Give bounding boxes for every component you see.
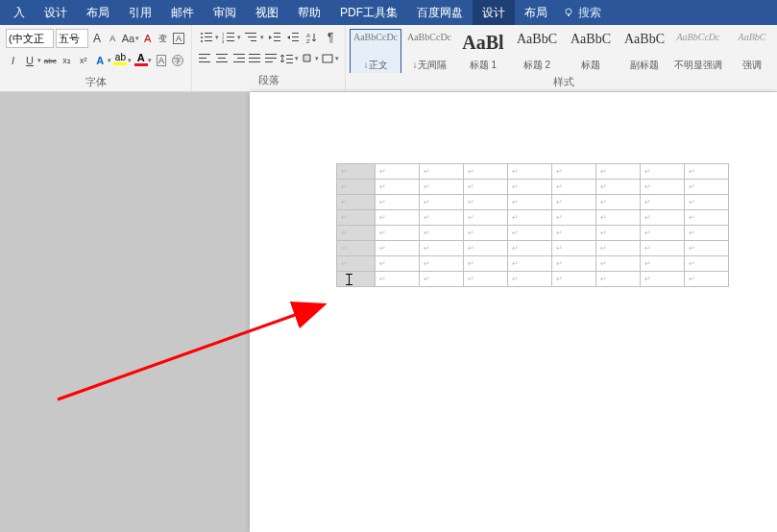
table-cell[interactable]: ↵ bbox=[464, 180, 508, 195]
menu-table-design[interactable]: 设计 bbox=[473, 0, 515, 25]
tell-me-search[interactable]: 搜索 bbox=[557, 5, 607, 21]
table-cell[interactable]: ↵ bbox=[464, 241, 508, 256]
table-cell[interactable]: ↵ bbox=[685, 195, 729, 210]
table-cell[interactable]: ↵ bbox=[464, 164, 508, 180]
align-left-button[interactable] bbox=[198, 50, 212, 67]
table-cell[interactable]: ↵ bbox=[420, 226, 464, 241]
table-row[interactable]: ↵↵↵↵↵↵↵↵ bbox=[337, 272, 729, 287]
style-tile-6[interactable]: AaBbCcDc不明显强调 bbox=[672, 29, 724, 73]
bullets-button[interactable] bbox=[198, 29, 215, 46]
style-tile-1[interactable]: AaBbCcDc↓无间隔 bbox=[403, 29, 455, 73]
font-size-select[interactable] bbox=[56, 29, 88, 48]
table-cell[interactable]: ↵ bbox=[641, 241, 685, 256]
style-tile-2[interactable]: AaBl标题 1 bbox=[457, 29, 509, 73]
table-cell[interactable]: ↵ bbox=[596, 241, 641, 256]
distribute-button[interactable] bbox=[264, 50, 279, 67]
table-cell[interactable]: ↵ bbox=[641, 256, 685, 272]
strikethrough-button[interactable]: abc bbox=[43, 52, 58, 69]
menu-layout[interactable]: 布局 bbox=[77, 0, 119, 25]
style-tile-7[interactable]: AaBbC强调 bbox=[726, 29, 777, 73]
menu-references[interactable]: 引用 bbox=[119, 0, 161, 25]
table-cell[interactable]: ↵ bbox=[641, 180, 685, 195]
table-cell[interactable]: ↵ bbox=[552, 180, 596, 195]
table-cell[interactable]: ↵ bbox=[376, 241, 420, 256]
table-cell[interactable]: ↵ bbox=[641, 226, 685, 241]
table-row[interactable]: ↵↵↵↵↵↵↵↵↵ bbox=[337, 210, 729, 226]
table-cell[interactable]: ↵ bbox=[508, 195, 552, 210]
table-cell[interactable]: ↵ bbox=[508, 164, 552, 180]
align-right-button[interactable] bbox=[231, 50, 245, 67]
table-cell[interactable]: ↵ bbox=[596, 226, 641, 241]
table-row[interactable]: ↵↵↵↵↵↵↵↵↵ bbox=[337, 256, 729, 272]
table-cell[interactable]: ↵ bbox=[508, 210, 552, 226]
table-cell[interactable]: ↵ bbox=[552, 272, 596, 287]
table-cell[interactable]: ↵ bbox=[376, 226, 420, 241]
table-cell[interactable]: ↵ bbox=[685, 241, 729, 256]
italic-button[interactable]: I bbox=[6, 52, 20, 69]
menu-view[interactable]: 视图 bbox=[246, 0, 288, 25]
table-cell[interactable]: ↵ bbox=[641, 164, 685, 180]
superscript-button[interactable]: x² bbox=[76, 52, 90, 69]
table-cell[interactable]: ↵ bbox=[376, 272, 420, 287]
font-name-select[interactable] bbox=[6, 29, 54, 48]
table-cell[interactable]: ↵ bbox=[552, 241, 596, 256]
table-header-cell[interactable]: ↵ bbox=[337, 195, 376, 210]
phonetic-guide-button[interactable]: 变 bbox=[157, 30, 170, 47]
table-row[interactable]: ↵↵↵↵↵↵↵↵↵ bbox=[337, 164, 729, 180]
table-header-cell[interactable]: ↵ bbox=[337, 241, 376, 256]
table-cell[interactable]: ↵ bbox=[596, 195, 641, 210]
menu-pdf-tools[interactable]: PDF工具集 bbox=[330, 0, 407, 25]
table-cell[interactable]: ↵ bbox=[376, 195, 420, 210]
table-cell[interactable]: ↵ bbox=[420, 164, 464, 180]
enclose-characters-button[interactable]: 字 bbox=[171, 52, 185, 69]
table-header-cell[interactable]: ↵ bbox=[337, 210, 376, 226]
menu-help[interactable]: 帮助 bbox=[288, 0, 330, 25]
table-cell[interactable]: ↵ bbox=[420, 195, 464, 210]
table-cell[interactable]: ↵ bbox=[552, 210, 596, 226]
underline-button[interactable]: U bbox=[22, 52, 36, 69]
table-row[interactable]: ↵↵↵↵↵↵↵↵↵ bbox=[337, 226, 729, 241]
table-cell[interactable]: ↵ bbox=[464, 195, 508, 210]
table-header-cell[interactable] bbox=[337, 272, 376, 287]
borders-button[interactable] bbox=[321, 50, 335, 67]
table-cell[interactable]: ↵ bbox=[376, 256, 420, 272]
text-effects-button[interactable]: A bbox=[92, 52, 107, 69]
table-cell[interactable]: ↵ bbox=[552, 256, 596, 272]
justify-button[interactable] bbox=[247, 50, 261, 67]
table-cell[interactable]: ↵ bbox=[552, 195, 596, 210]
table-cell[interactable]: ↵ bbox=[641, 272, 685, 287]
multilevel-list-button[interactable] bbox=[243, 29, 260, 46]
decrease-indent-button[interactable] bbox=[266, 29, 283, 46]
table-cell[interactable]: ↵ bbox=[420, 210, 464, 226]
table-cell[interactable]: ↵ bbox=[464, 256, 508, 272]
increase-indent-button[interactable] bbox=[284, 29, 302, 46]
table-cell[interactable]: ↵ bbox=[685, 210, 729, 226]
table-cell[interactable]: ↵ bbox=[376, 164, 420, 180]
table-cell[interactable]: ↵ bbox=[552, 164, 596, 180]
table-cell[interactable]: ↵ bbox=[641, 195, 685, 210]
table-cell[interactable]: ↵ bbox=[596, 210, 641, 226]
change-case-button[interactable]: Aa bbox=[121, 30, 134, 47]
style-tile-3[interactable]: AaBbC标题 2 bbox=[511, 29, 563, 73]
table-cell[interactable]: ↵ bbox=[685, 272, 729, 287]
style-tile-5[interactable]: AaBbC副标题 bbox=[619, 29, 670, 73]
table-cell[interactable]: ↵ bbox=[464, 226, 508, 241]
table-header-cell[interactable]: ↵ bbox=[337, 180, 376, 195]
character-shading-button[interactable]: A bbox=[154, 52, 168, 69]
style-tile-0[interactable]: AaBbCcDc↓正文 bbox=[350, 29, 401, 73]
clear-formatting-button[interactable]: A bbox=[141, 30, 155, 47]
table-cell[interactable]: ↵ bbox=[552, 226, 596, 241]
grow-font-button[interactable]: A bbox=[90, 30, 104, 47]
table-cell[interactable]: ↵ bbox=[420, 256, 464, 272]
line-spacing-button[interactable] bbox=[280, 50, 295, 67]
table-cell[interactable]: ↵ bbox=[508, 241, 552, 256]
table-cell[interactable]: ↵ bbox=[420, 272, 464, 287]
character-border-button[interactable]: A bbox=[172, 30, 185, 47]
highlight-button[interactable]: ab bbox=[113, 52, 128, 69]
table-row[interactable]: ↵↵↵↵↵↵↵↵↵ bbox=[337, 195, 729, 210]
style-tile-4[interactable]: AaBbC标题 bbox=[565, 29, 617, 73]
font-color-button[interactable]: A bbox=[134, 52, 148, 69]
table-cell[interactable]: ↵ bbox=[685, 164, 729, 180]
table-cell[interactable]: ↵ bbox=[508, 256, 552, 272]
menu-review[interactable]: 审阅 bbox=[204, 0, 246, 25]
